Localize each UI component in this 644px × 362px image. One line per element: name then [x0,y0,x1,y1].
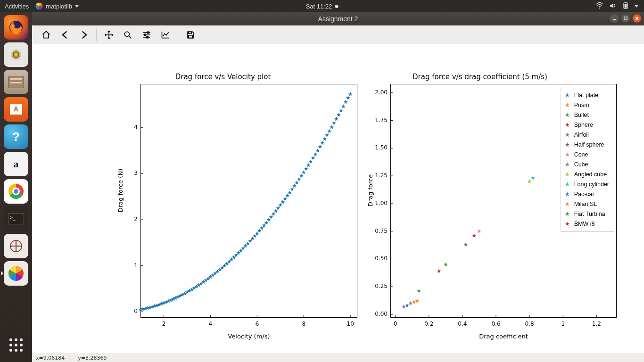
sliders-icon [142,30,151,40]
y-tick-label: 0.75 [372,228,388,234]
toolbar-home-button[interactable] [37,27,56,43]
svg-rect-2 [625,2,627,3]
plot-title: Drag force v/s Velocity plot [89,73,357,81]
y-axis-label: Drag force (N) [117,120,124,261]
figure-canvas[interactable]: Drag force v/s Velocity plot Velocity (m… [32,44,644,354]
matplotlib-icon [8,266,24,281]
x-axis-label: Drag coefficient [390,333,617,340]
terminal-icon: >_ [8,213,24,224]
legend-entry: ★Cone [565,149,609,159]
status-x-label: x= [36,355,43,361]
x-tick-label: 6 [252,321,262,327]
toolbar-back-button[interactable] [56,27,74,43]
legend-entry: ★Long cylinder [565,179,609,189]
speaker-icon [11,49,21,60]
matplotlib-window: Assignment 2 Drag force v/s Velocity plo… [32,12,644,362]
dock-dejadup[interactable] [4,234,28,258]
svg-rect-21 [189,35,192,38]
toolbar-configure-subplots-button[interactable] [137,27,156,43]
dock-firefox[interactable] [4,15,28,40]
dock-amazon[interactable]: a [4,152,28,176]
dock-show-applications[interactable] [4,333,28,357]
dock-ubuntu-software[interactable] [4,97,28,122]
x-tick-label: 0.8 [525,321,534,327]
window-titlebar[interactable]: Assignment 2 [32,12,644,25]
dock-terminal[interactable]: >_ [4,206,28,231]
svg-rect-17 [148,32,149,33]
x-tick-label: 1 [558,321,568,327]
legend-marker-icon: ★ [565,181,570,187]
safe-icon [8,239,24,254]
legend-marker-icon: ★ [565,201,570,207]
svg-line-13 [129,36,132,38]
dock-rhythmbox[interactable] [4,42,28,67]
question-icon: ? [12,130,20,144]
x-tick-label: 1.2 [592,321,601,327]
svg-rect-20 [189,32,192,33]
y-tick-label: 1 [122,262,138,269]
window-maximize-button[interactable] [621,14,630,23]
dock-help[interactable]: ? [4,124,28,149]
legend-entry: ★Half sphere [565,140,609,149]
legend-marker-icon: ★ [565,112,570,118]
y-tick-label: 0 [122,308,138,314]
legend-label: Long cylinder [574,181,609,188]
toolbar-forward-button[interactable] [74,27,93,43]
x-tick-label: 0.6 [491,321,501,327]
app-menu[interactable]: matplotlib [35,2,79,10]
matplotlib-toolbar [32,25,644,44]
dock-matplotlib-figure[interactable] [4,261,28,286]
y-tick-label: 1.25 [372,172,388,179]
status-x-value: 9.06184 [43,355,65,361]
window-minimize-button[interactable] [610,14,619,23]
window-title: Assignment 2 [318,15,358,23]
svg-point-12 [124,32,129,36]
legend-marker-icon: ★ [565,102,570,108]
gnome-top-bar: Activities matplotlib Sat 11:22 [0,0,644,12]
x-axis-label: Velocity (m/s) [140,333,357,340]
system-status-area[interactable] [596,2,644,11]
toolbar-save-button[interactable] [181,27,200,43]
legend-entry: ★BMW i8 [565,219,609,229]
legend-label: Angled cube [574,171,607,178]
svg-point-0 [599,7,600,8]
legend-label: Prism [574,102,589,108]
toolbar-zoom-button[interactable] [118,27,137,43]
legend-label: Bullet [574,112,589,118]
home-icon [41,30,51,40]
toolbar-pan-button[interactable] [99,27,118,43]
legend-marker-icon: ★ [565,211,570,217]
toolbar-edit-axes-button[interactable] [156,27,175,43]
legend-entry: ★Pac-car [565,189,609,199]
x-tick-label: 4 [206,321,215,327]
clock[interactable]: Sat 11:22 [306,3,339,10]
ubuntu-dock: ? a >_ [0,12,32,362]
arrow-left-icon [60,30,70,40]
legend-label: Cone [574,151,588,158]
legend-label: Sphere [574,122,593,128]
clock-label: Sat 11:22 [306,3,332,10]
plot-legend: ★Flat plate★Prism★Bullet★Sphere★Airfoil★… [561,87,614,232]
legend-entry: ★Cube [565,159,609,169]
window-close-button[interactable] [633,14,641,23]
plot-title: Drag force v/s drag coefficient (5 m/s) [334,73,626,81]
legend-marker-icon: ★ [565,191,570,197]
legend-label: Pac-car [574,191,594,197]
dock-chrome[interactable] [4,179,28,204]
wifi-icon [596,2,603,10]
status-y-label: y= [78,355,85,361]
file-drawer-icon [8,76,24,88]
matplotlib-icon [35,2,43,10]
chrome-icon [8,184,24,199]
legend-label: Airfoil [574,132,589,138]
legend-label: BMW i8 [574,221,595,227]
legend-entry: ★Bullet [565,110,609,120]
activities-button[interactable]: Activities [5,3,29,10]
plot-velocity: Drag force v/s Velocity plot Velocity (m… [89,73,357,337]
dock-files[interactable] [4,70,28,94]
legend-marker-icon: ★ [565,172,570,177]
chevron-down-icon [75,5,79,8]
y-tick-label: 2 [122,216,138,222]
legend-entry: ★Fiat Turbina [565,209,609,219]
legend-marker-icon: ★ [565,132,570,138]
